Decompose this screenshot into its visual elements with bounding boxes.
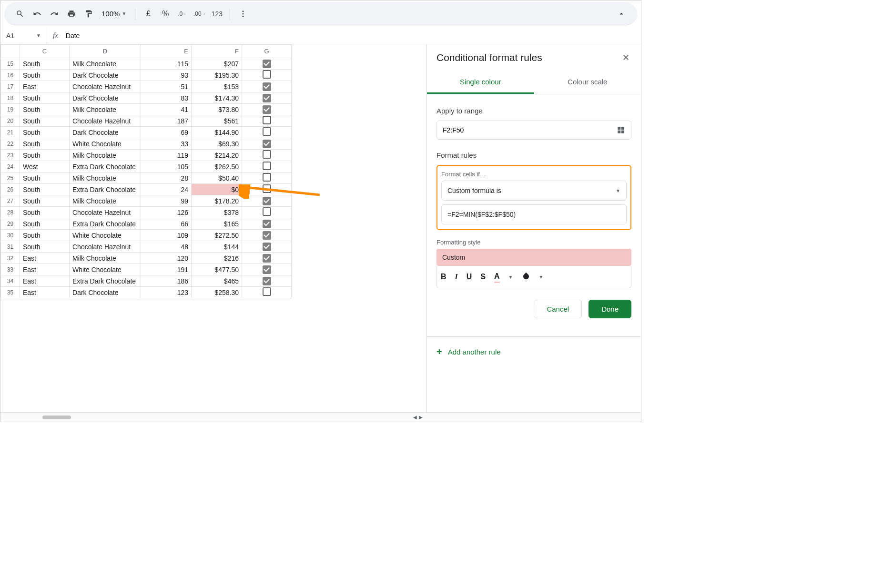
cell[interactable]: Dark Chocolate	[70, 127, 141, 138]
cell-checkbox[interactable]	[242, 207, 292, 218]
row-header[interactable]: 35	[1, 287, 20, 298]
row-header[interactable]: 30	[1, 230, 20, 241]
column-header-G[interactable]: G	[242, 45, 292, 58]
row-header[interactable]: 20	[1, 115, 20, 127]
checkbox-icon[interactable]	[263, 162, 271, 170]
cell[interactable]: $50.40	[192, 172, 242, 184]
table-row[interactable]: 30SouthWhite Chocolate109$272.50	[1, 230, 292, 241]
cell[interactable]: 115	[141, 58, 192, 70]
grid-icon[interactable]	[617, 126, 625, 134]
cell[interactable]: $272.50	[192, 230, 242, 241]
range-input[interactable]	[436, 121, 631, 140]
print-icon[interactable]	[63, 6, 80, 22]
table-row[interactable]: 32EastMilk Chocolate120$216	[1, 253, 292, 264]
row-header[interactable]: 29	[1, 218, 20, 230]
cell[interactable]: $144.90	[192, 127, 242, 138]
table-row[interactable]: 34EastExtra Dark Chocolate186$465	[1, 275, 292, 287]
cell[interactable]: 33	[141, 138, 192, 150]
cell[interactable]: $195.30	[192, 70, 242, 81]
cell[interactable]: East	[20, 253, 70, 264]
cell[interactable]: Extra Dark Chocolate	[70, 161, 141, 172]
cell-checkbox[interactable]	[242, 218, 292, 230]
cell-checkbox[interactable]	[242, 138, 292, 150]
checkbox-icon[interactable]	[263, 70, 271, 79]
table-row[interactable]: 28SouthChocolate Hazelnut126$378	[1, 207, 292, 218]
cell[interactable]: White Chocolate	[70, 230, 141, 241]
underline-icon[interactable]: U	[467, 273, 472, 281]
cell[interactable]: $561	[192, 115, 242, 127]
cell[interactable]: $153	[192, 81, 242, 92]
decrease-decimals-icon[interactable]: .0←	[174, 6, 191, 22]
bottom-scrollbar[interactable]: ◀ ▶	[0, 412, 641, 422]
cell-checkbox[interactable]	[242, 150, 292, 161]
cell[interactable]: 120	[141, 253, 192, 264]
checkbox-icon[interactable]	[263, 94, 271, 102]
cell[interactable]: Dark Chocolate	[70, 92, 141, 104]
cell[interactable]: 123	[141, 287, 192, 298]
table-row[interactable]: 22SouthWhite Chocolate33$69.30	[1, 138, 292, 150]
close-icon[interactable]: ✕	[620, 52, 631, 63]
row-header[interactable]: 26	[1, 184, 20, 195]
cell-checkbox[interactable]	[242, 241, 292, 253]
done-button[interactable]: Done	[589, 300, 631, 318]
checkbox-icon[interactable]	[263, 220, 271, 228]
table-row[interactable]: 25SouthMilk Chocolate28$50.40	[1, 172, 292, 184]
checkbox-icon[interactable]	[263, 116, 271, 124]
cell[interactable]: South	[20, 58, 70, 70]
table-row[interactable]: 21SouthDark Chocolate69$144.90	[1, 127, 292, 138]
cell-checkbox[interactable]	[242, 184, 292, 195]
cell[interactable]: South	[20, 115, 70, 127]
name-box[interactable]: A1▼	[0, 27, 47, 44]
table-row[interactable]: 19SouthMilk Chocolate41$73.80	[1, 104, 292, 115]
cell[interactable]: $477.50	[192, 264, 242, 275]
cell[interactable]: $178.20	[192, 195, 242, 207]
paint-format-icon[interactable]	[81, 6, 97, 22]
checkbox-icon[interactable]	[263, 60, 271, 68]
cell[interactable]: 119	[141, 150, 192, 161]
style-preview[interactable]: Custom	[436, 249, 631, 266]
table-row[interactable]: 17EastChocolate Hazelnut51$153	[1, 81, 292, 92]
cancel-button[interactable]: Cancel	[534, 300, 582, 318]
checkbox-icon[interactable]	[263, 287, 271, 296]
cell[interactable]: Milk Chocolate	[70, 253, 141, 264]
checkbox-icon[interactable]	[263, 105, 271, 114]
select-all-corner[interactable]	[1, 45, 20, 58]
column-header-C[interactable]: C	[20, 45, 70, 58]
row-header[interactable]: 16	[1, 70, 20, 81]
increase-decimals-icon[interactable]: .00→	[192, 6, 208, 22]
cell[interactable]: 41	[141, 104, 192, 115]
cell-checkbox[interactable]	[242, 127, 292, 138]
cell[interactable]: Extra Dark Chocolate	[70, 218, 141, 230]
column-header-E[interactable]: E	[141, 45, 192, 58]
zoom-dropdown[interactable]: 100% ▼	[98, 10, 130, 18]
column-header-F[interactable]: F	[192, 45, 242, 58]
cell[interactable]: 93	[141, 70, 192, 81]
cell[interactable]: $262.50	[192, 161, 242, 172]
cell-checkbox[interactable]	[242, 275, 292, 287]
table-row[interactable]: 23SouthMilk Chocolate119$214.20	[1, 150, 292, 161]
cell[interactable]: 24	[141, 184, 192, 195]
cell[interactable]: $465	[192, 275, 242, 287]
cell[interactable]: $69.30	[192, 138, 242, 150]
cell-checkbox[interactable]	[242, 264, 292, 275]
cell-checkbox[interactable]	[242, 115, 292, 127]
add-another-rule[interactable]: + Add another rule	[427, 336, 641, 367]
checkbox-icon[interactable]	[263, 82, 271, 91]
condition-dropdown[interactable]: Custom formula is▼	[441, 181, 627, 201]
cell-checkbox[interactable]	[242, 161, 292, 172]
cell[interactable]: $207	[192, 58, 242, 70]
cell[interactable]: $73.80	[192, 104, 242, 115]
row-header[interactable]: 32	[1, 253, 20, 264]
row-header[interactable]: 34	[1, 275, 20, 287]
number-format-icon[interactable]: 123	[209, 6, 225, 22]
checkbox-icon[interactable]	[263, 173, 271, 182]
cell[interactable]: South	[20, 104, 70, 115]
table-row[interactable]: 18SouthDark Chocolate83$174.30	[1, 92, 292, 104]
cell[interactable]: $144	[192, 241, 242, 253]
cell[interactable]: 83	[141, 92, 192, 104]
percent-icon[interactable]: %	[157, 6, 173, 22]
cell-checkbox[interactable]	[242, 104, 292, 115]
checkbox-icon[interactable]	[263, 243, 271, 251]
cell-checkbox[interactable]	[242, 195, 292, 207]
cell[interactable]: $0	[192, 184, 242, 195]
